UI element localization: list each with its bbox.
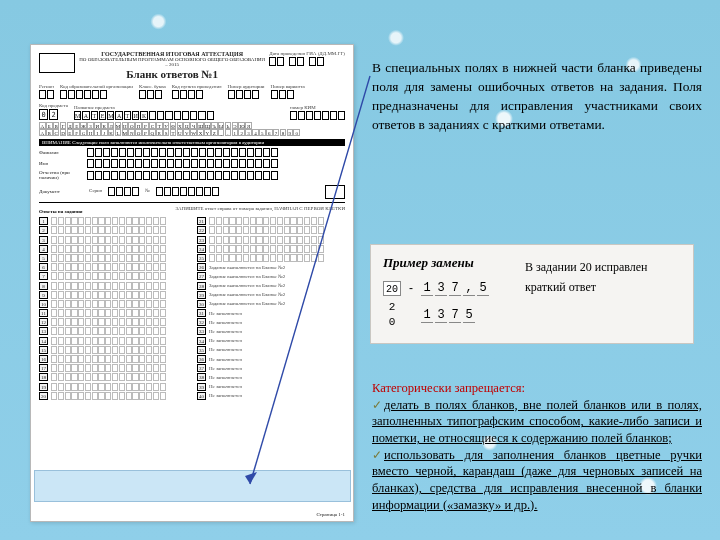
personal-rows: ФамилияИмяОтчество (при наличии) bbox=[39, 148, 345, 180]
example-title: Пример замены bbox=[383, 255, 511, 271]
example-tasknum-1: 20 bbox=[383, 281, 401, 296]
date-label: Дата проведения ГИА (ДД.ММ.ГГ) bbox=[269, 51, 345, 56]
prohibition-item-2: использовать для заполнения бланков цвет… bbox=[372, 448, 702, 512]
check-icon bbox=[372, 397, 384, 414]
prohibitions-block: Категорически запрещается: делать в поля… bbox=[372, 380, 702, 513]
doc-label: Документ bbox=[39, 189, 83, 194]
example-tasknum-2: 2 0 bbox=[383, 300, 401, 330]
explanatory-paragraph: В специальных полях в нижней части бланк… bbox=[372, 58, 702, 134]
example-caption-2: краткий ответ bbox=[525, 277, 681, 297]
code-d2: 2 bbox=[49, 109, 58, 120]
blackbar-warning: ВНИМАНИЕ Следующие поля заполняются искл… bbox=[39, 139, 345, 146]
serial-label: Серия bbox=[89, 188, 102, 193]
answers-title: Ответы на задания bbox=[39, 209, 83, 214]
barcode-box-left bbox=[39, 53, 75, 73]
date-cells bbox=[269, 57, 345, 66]
alphabet-sample: АБВГДЕЖЗИКЛМНОПРСТУФХЦЧШЩЪЫЬЭЮЯ ABCDEFGH… bbox=[39, 122, 345, 136]
form-title: Бланк ответов №1 bbox=[79, 68, 265, 80]
example-row-2: 2 0 1375 bbox=[383, 300, 511, 330]
prohibitions-heading: Категорически запрещается: bbox=[372, 380, 702, 397]
answers-grid: 1234567891011121314151617181920 21222324… bbox=[39, 216, 345, 400]
kim-label: номер КИМ bbox=[290, 105, 345, 110]
form-row-meta: РегионКод образовательной организацииКла… bbox=[39, 84, 345, 99]
barcode-box-right bbox=[325, 185, 345, 199]
subject-name-cells: МАТЕМАТИК bbox=[74, 111, 284, 120]
num-label: № bbox=[145, 188, 150, 193]
replacement-example: Пример замены 20 - 137,5 2 0 1375 В зада… bbox=[370, 244, 694, 344]
code-d1: 0 bbox=[39, 109, 48, 120]
correction-zone-highlight bbox=[34, 470, 351, 502]
form-header-line2: ПО ОБРАЗОВАТЕЛЬНЫМ ПРОГРАММАМ ОСНОВНОГО … bbox=[79, 57, 265, 67]
subj-name-label: Название предмета bbox=[74, 105, 284, 110]
answers-hint: ЗАПИШИТЕ ответ справа от номера задания,… bbox=[176, 206, 346, 213]
page-indicator: Страница 1-1 bbox=[317, 512, 345, 517]
example-caption-1: В задании 20 исправлен bbox=[525, 257, 681, 277]
example-row-1: 20 - 137,5 bbox=[383, 281, 511, 296]
answer-form-blank: ГОСУДАРСТВЕННАЯ ИТОГОВАЯ АТТЕСТАЦИЯ ПО О… bbox=[30, 44, 354, 522]
kim-cells bbox=[290, 111, 345, 120]
prohibition-item-1: делать в полях бланков, вне полей бланко… bbox=[372, 398, 702, 445]
check-icon bbox=[372, 447, 384, 464]
code-label: Код предмета bbox=[39, 103, 68, 108]
